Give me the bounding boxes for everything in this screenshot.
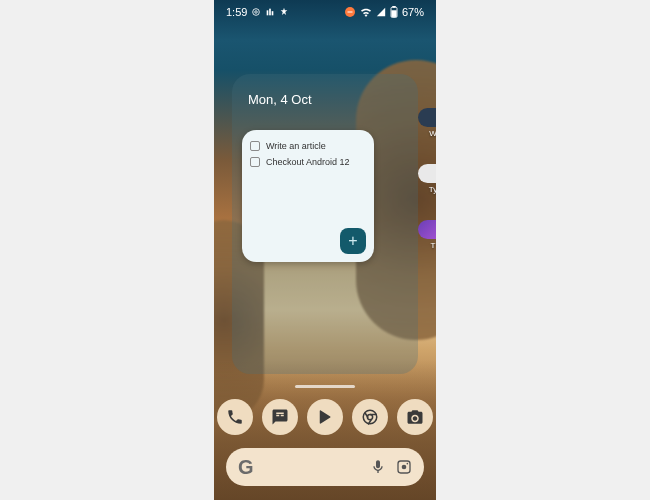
svg-point-14 xyxy=(407,463,409,465)
app-circle-icon xyxy=(418,164,436,183)
svg-rect-3 xyxy=(270,9,272,16)
dock xyxy=(214,392,436,442)
chrome-app[interactable] xyxy=(352,399,388,435)
todo-widget[interactable]: Write an article Checkout Android 12 + xyxy=(242,130,374,262)
edge-app-column: W Ty T xyxy=(418,108,436,250)
app-label: Ty xyxy=(429,185,436,194)
checkbox-icon[interactable] xyxy=(250,157,260,167)
app-icon[interactable]: T xyxy=(418,220,436,250)
dnd-icon xyxy=(344,6,356,18)
wifi-icon xyxy=(360,7,372,17)
camera-icon xyxy=(406,408,424,426)
svg-rect-6 xyxy=(347,12,352,13)
svg-rect-9 xyxy=(392,11,396,17)
svg-point-13 xyxy=(402,465,407,470)
app-label: T xyxy=(431,241,436,250)
notification-icon xyxy=(279,7,289,17)
status-clock: 1:59 xyxy=(226,6,247,18)
date-widget[interactable]: Mon, 4 Oct xyxy=(244,86,406,107)
svg-rect-8 xyxy=(393,6,395,7)
app-drawer-handle[interactable] xyxy=(295,385,355,388)
play-icon xyxy=(316,408,334,426)
svg-rect-2 xyxy=(267,10,269,15)
status-left: 1:59 xyxy=(226,6,289,18)
plus-icon: + xyxy=(348,233,357,249)
battery-percent: 67% xyxy=(402,6,424,18)
google-g-icon: G xyxy=(238,456,254,479)
messages-app[interactable] xyxy=(262,399,298,435)
chrome-icon xyxy=(361,408,379,426)
add-todo-button[interactable]: + xyxy=(340,228,366,254)
app-label: W xyxy=(429,129,436,138)
lens-icon[interactable] xyxy=(396,459,412,475)
status-bar: 1:59 67% xyxy=(214,0,436,24)
phone-icon xyxy=(226,408,244,426)
play-store-app[interactable] xyxy=(307,399,343,435)
phone-app[interactable] xyxy=(217,399,253,435)
svg-point-1 xyxy=(253,9,260,16)
android-home-screen: 1:59 67% Mon, 4 Oct Write an article Che… xyxy=(214,0,436,500)
svg-rect-4 xyxy=(272,11,274,15)
mic-icon[interactable] xyxy=(370,459,386,475)
google-search-bar[interactable]: G xyxy=(226,448,424,486)
app-icon[interactable]: W xyxy=(418,108,436,138)
app-circle-icon xyxy=(418,108,436,127)
battery-icon xyxy=(390,6,398,18)
camera-app[interactable] xyxy=(397,399,433,435)
signal-icon xyxy=(376,7,386,17)
app-circle-icon xyxy=(418,220,436,239)
todo-item-label: Checkout Android 12 xyxy=(266,157,350,167)
status-right: 67% xyxy=(344,6,424,18)
notification-icon xyxy=(265,7,275,17)
svg-point-0 xyxy=(255,11,258,14)
location-icon xyxy=(251,7,261,17)
messages-icon xyxy=(271,408,289,426)
widget-resize-frame[interactable]: Mon, 4 Oct Write an article Checkout And… xyxy=(232,74,418,374)
todo-item[interactable]: Write an article xyxy=(250,138,366,154)
checkbox-icon[interactable] xyxy=(250,141,260,151)
app-icon[interactable]: Ty xyxy=(418,164,436,194)
todo-item[interactable]: Checkout Android 12 xyxy=(250,154,366,170)
todo-item-label: Write an article xyxy=(266,141,326,151)
